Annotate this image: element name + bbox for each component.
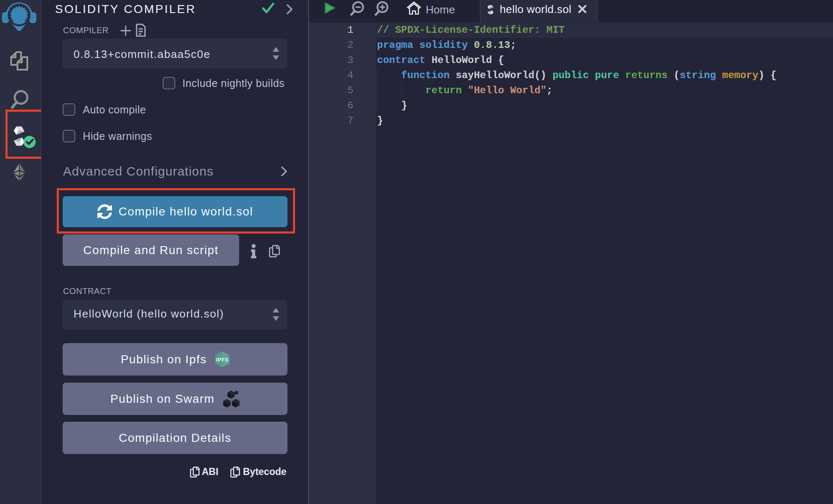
svg-text:IPFS: IPFS — [216, 357, 229, 363]
